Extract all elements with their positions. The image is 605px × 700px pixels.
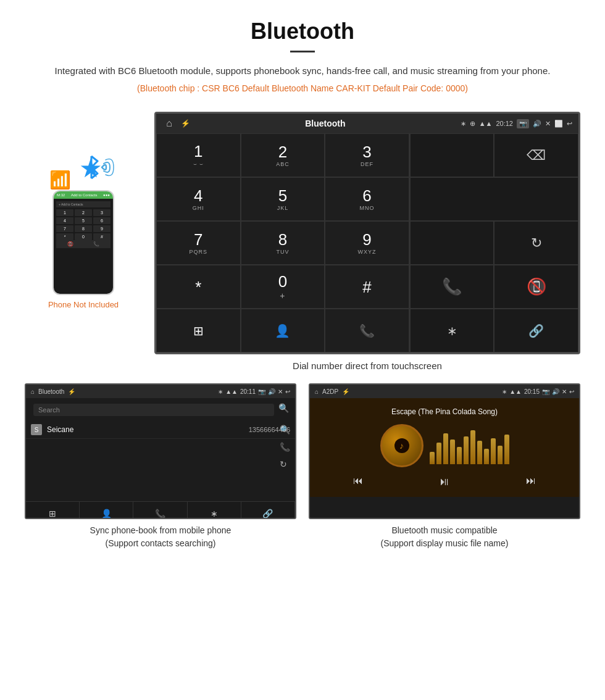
phone-call-btn: 📞 — [93, 241, 99, 247]
music-screen-block: ⌂ A2DP ⚡ ∗ ▲▲ 20:15 📷 🔊 ✕ ↩ Escape (The … — [309, 383, 580, 550]
pb-btn-phone[interactable]: 📞 — [133, 502, 187, 519]
key-8[interactable]: 8 TUV — [241, 221, 325, 265]
dialpad-area: 1 ⌣ ⌣ 2 ABC 3 DEF 4 GHI — [156, 133, 578, 352]
screen-icon[interactable]: ⬜ — [554, 120, 563, 128]
pb-btn-bluetooth[interactable]: ∗ — [188, 502, 241, 519]
location-icon: ⊕ — [470, 120, 475, 128]
eq-bar-11 — [498, 446, 503, 464]
eq-bar-12 — [504, 435, 509, 464]
pb-btn-person[interactable]: 👤 — [80, 502, 133, 519]
key-5[interactable]: 5 JKL — [241, 177, 325, 221]
phone-illustration: 📶 ★ M:32 Add to Contacts ●●● — [25, 112, 142, 309]
music-status-bar: ⌂ A2DP ⚡ ∗ ▲▲ 20:15 📷 🔊 ✕ ↩ — [310, 385, 579, 398]
call-button[interactable]: 📞 — [410, 265, 494, 309]
next-button[interactable]: ⏭ — [526, 475, 536, 488]
car-screen-caption: Dial number direct from touchscreen — [154, 360, 580, 371]
page-title: Bluetooth — [37, 19, 568, 44]
phonebook-screen: ⌂ Bluetooth ⚡ ∗ ▲▲ 20:11 📷 🔊 ✕ ↩ Search … — [25, 383, 296, 519]
status-title: Bluetooth — [305, 119, 345, 128]
prev-button[interactable]: ⏮ — [353, 475, 363, 488]
phone-top-bar: M:32 Add to Contacts ●●● — [54, 191, 113, 199]
key-2[interactable]: 2 ABC — [241, 133, 325, 177]
pb-phone-icon[interactable]: 📞 — [280, 442, 290, 452]
pb-bt-icon: ∗ — [218, 388, 223, 395]
contacts-icon[interactable]: 👤 — [241, 309, 325, 352]
key-7[interactable]: 7 PQRS — [156, 221, 241, 265]
key-star[interactable]: * — [156, 265, 241, 309]
music-status-left: ⌂ A2DP ⚡ — [315, 388, 349, 395]
phonebook-right-icons: 🔍 📞 ↻ — [276, 421, 294, 473]
phonebook-caption: Sync phone-book from mobile phone (Suppo… — [25, 524, 296, 550]
backspace-button[interactable]: ⌫ — [494, 133, 578, 177]
page-description: Integrated with BC6 Bluetooth module, su… — [37, 64, 568, 78]
key-0[interactable]: 0 + — [241, 265, 325, 309]
pb-status-left: ⌂ Bluetooth ⚡ — [31, 388, 75, 395]
search-area: Search 🔍 — [26, 398, 295, 421]
volume-icon[interactable]: 🔊 — [533, 120, 541, 128]
key-9[interactable]: 9 WXYZ — [325, 221, 409, 265]
contact-letter-s: S — [31, 424, 42, 435]
phone-key-1: 1 — [56, 209, 73, 216]
camera-icon[interactable]: 📷 — [517, 119, 529, 128]
phone-not-included-label: Phone Not Included — [48, 300, 119, 309]
eq-bar-5 — [457, 447, 462, 464]
key-6[interactable]: 6 MNO — [325, 177, 409, 221]
eq-bar-1 — [430, 452, 435, 464]
empty-cell-2 — [410, 221, 494, 265]
phone-keypad: 1 2 3 4 5 6 7 8 9 * 0 # — [56, 209, 111, 240]
pb-reload-icon[interactable]: ↻ — [280, 459, 290, 469]
phone-end-btn: 📵 — [67, 241, 73, 247]
back-icon[interactable]: ↩ — [567, 120, 572, 128]
eq-bar-9 — [484, 449, 489, 464]
phone-key-hash: # — [93, 233, 111, 240]
pb-x: ✕ — [278, 388, 283, 395]
song-title: Escape (The Pina Colada Song) — [391, 407, 498, 416]
phone-icon-bottom[interactable]: 📞 — [325, 309, 409, 352]
close-icon[interactable]: ✕ — [545, 120, 551, 128]
music-controls: ⏮ ⏯ ⏭ — [315, 475, 574, 488]
search-icon: 🔍 — [278, 403, 289, 413]
music-home-icon: ⌂ — [315, 388, 319, 395]
pb-btn-link[interactable]: 🔗 — [241, 502, 295, 519]
link-icon[interactable]: 🔗 — [494, 309, 578, 352]
key-hash[interactable]: # — [325, 265, 409, 309]
music-back: ↩ — [569, 388, 574, 395]
contact-seicane[interactable]: S Seicane 13566664466 — [26, 421, 295, 439]
pb-home-icon: ⌂ — [31, 388, 35, 395]
phone-key-2: 2 — [75, 209, 92, 216]
status-right: ∗ ⊕ ▲▲ 20:12 📷 🔊 ✕ ⬜ ↩ — [461, 119, 572, 128]
eq-bar-10 — [491, 438, 496, 464]
music-vol: 🔊 — [552, 388, 559, 395]
usb-icon: ⚡ — [181, 119, 190, 128]
album-art: ♪ — [380, 424, 424, 467]
reload-button[interactable]: ↻ — [494, 221, 578, 265]
phone-key-9: 9 — [93, 225, 111, 232]
car-screen: ⌂ ⚡ Bluetooth ∗ ⊕ ▲▲ 20:12 📷 🔊 ✕ ⬜ ↩ — [154, 112, 580, 354]
signal-icon: ▲▲ — [479, 120, 493, 127]
key-3[interactable]: 3 DEF — [325, 133, 409, 177]
home-icon[interactable]: ⌂ — [162, 117, 176, 130]
phone-key-star: * — [56, 233, 73, 240]
bluetooth-bottom-icon[interactable]: ∗ — [410, 309, 494, 352]
music-cam: 📷 — [542, 388, 549, 395]
play-pause-button[interactable]: ⏯ — [439, 475, 450, 488]
pb-search-icon[interactable]: 🔍 — [280, 425, 290, 435]
bottom-screens: ⌂ Bluetooth ⚡ ∗ ▲▲ 20:11 📷 🔊 ✕ ↩ Search … — [0, 383, 605, 569]
key-1[interactable]: 1 ⌣ ⌣ — [156, 133, 241, 177]
pb-btn-grid[interactable]: ⊞ — [26, 502, 80, 519]
phone-screen: + Add to Contacts 1 2 3 4 5 6 7 8 9 * 0 … — [54, 199, 113, 294]
key-4[interactable]: 4 GHI — [156, 177, 241, 221]
phone-key-5: 5 — [75, 217, 92, 224]
music-usb-icon: ⚡ — [342, 388, 349, 395]
bluetooth-icon-wrapper: 📶 ★ — [49, 149, 117, 190]
phone-key-7: 7 — [56, 225, 73, 232]
music-status-right: ∗ ▲▲ 20:15 📷 🔊 ✕ ↩ — [502, 388, 574, 395]
eq-bar-8 — [477, 441, 482, 464]
end-call-button[interactable]: 📵 — [494, 265, 578, 309]
number-keys: 1 ⌣ ⌣ 2 ABC 3 DEF 4 GHI — [156, 133, 410, 352]
eq-bar-2 — [436, 443, 441, 464]
dialpad-grid-icon[interactable]: ⊞ — [156, 309, 241, 352]
eq-bar-7 — [470, 430, 475, 464]
phonebook-status-bar: ⌂ Bluetooth ⚡ ∗ ▲▲ 20:11 📷 🔊 ✕ ↩ — [26, 385, 295, 398]
search-field[interactable]: Search — [33, 404, 274, 416]
